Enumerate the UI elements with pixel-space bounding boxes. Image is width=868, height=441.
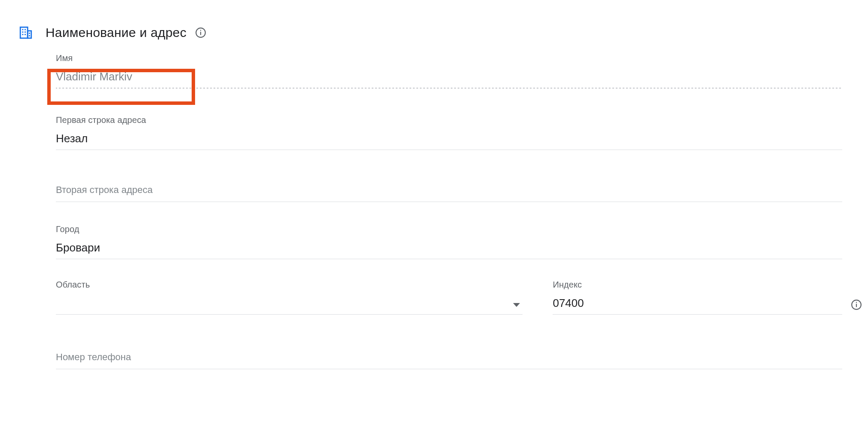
dropdown-caret-icon <box>513 303 520 307</box>
zip-label: Индекс <box>553 280 842 290</box>
svg-rect-7 <box>24 34 26 35</box>
region-select[interactable] <box>56 294 523 315</box>
region-zip-row: Область Индекс <box>56 280 842 315</box>
address-form: Имя Первая строка адреса Город Область И… <box>56 53 842 369</box>
address2-field <box>56 181 842 202</box>
svg-rect-3 <box>24 29 26 31</box>
name-label: Имя <box>56 53 842 63</box>
phone-input[interactable] <box>56 348 842 369</box>
svg-rect-11 <box>200 32 201 35</box>
svg-rect-6 <box>22 34 24 35</box>
city-field: Город <box>56 224 842 259</box>
section-header: Наименование и адрес <box>18 25 868 40</box>
city-label: Город <box>56 224 842 234</box>
svg-rect-15 <box>856 302 857 303</box>
svg-rect-4 <box>22 31 24 33</box>
svg-rect-5 <box>24 31 26 33</box>
address2-input[interactable] <box>56 181 842 202</box>
region-field: Область <box>56 280 523 315</box>
name-input[interactable] <box>56 67 842 89</box>
svg-rect-1 <box>28 31 31 38</box>
name-field: Имя <box>56 53 842 89</box>
svg-rect-9 <box>29 35 30 37</box>
zip-input[interactable] <box>553 294 842 315</box>
address1-field: Первая строка адреса <box>56 115 842 150</box>
address1-label: Первая строка адреса <box>56 115 842 125</box>
svg-rect-2 <box>22 29 24 31</box>
svg-rect-14 <box>856 304 857 307</box>
info-icon[interactable] <box>194 26 207 39</box>
section-title: Наименование и адрес <box>46 25 186 40</box>
city-input[interactable] <box>56 239 842 259</box>
zip-field: Индекс <box>553 280 842 315</box>
building-icon <box>18 25 34 40</box>
region-label: Область <box>56 280 523 290</box>
address1-input[interactable] <box>56 129 842 150</box>
page-root: Наименование и адрес Имя Первая строка а… <box>0 0 868 441</box>
svg-rect-8 <box>29 33 30 34</box>
svg-rect-0 <box>20 27 28 38</box>
phone-field <box>56 348 842 369</box>
svg-rect-12 <box>200 30 201 31</box>
zip-info-icon[interactable] <box>850 298 863 311</box>
